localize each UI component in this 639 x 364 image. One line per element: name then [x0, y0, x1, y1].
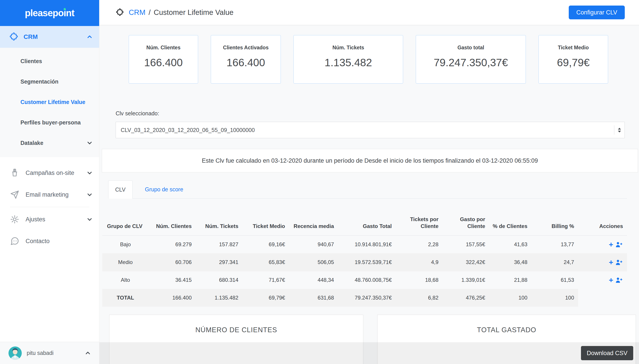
chart-title: TOTAL GASTADO — [378, 326, 636, 334]
sidebar-item-label: Segmentación — [21, 78, 93, 85]
magic-hat-icon — [10, 168, 19, 178]
sidebar-item-datalake[interactable]: Datalake — [0, 133, 99, 153]
cell: 100 — [489, 289, 531, 307]
clv-table: Grupo de CLV Núm. Clientes Núm. Tickets … — [102, 207, 627, 307]
cell: 166.400 — [151, 289, 196, 307]
plus-icon[interactable]: + — [609, 241, 613, 248]
user-plus-icon[interactable] — [615, 241, 623, 248]
cell: 157.827 — [196, 236, 242, 253]
configure-clv-button[interactable]: Configurar CLV — [569, 6, 625, 19]
tabs: CLV Grupo de score — [108, 180, 627, 199]
cell: 69.279 — [151, 236, 196, 253]
sidebar: pleasepoint CRM Clientes Segmentación Cu… — [0, 0, 99, 364]
cell: 18,68 — [396, 271, 442, 289]
gear-icon — [10, 215, 19, 224]
crm-submenu: Clientes Segmentación Customer Lifetime … — [0, 48, 99, 157]
col-header: Recencia media — [289, 207, 338, 236]
cell: 24,7 — [531, 253, 578, 271]
cell: 6,82 — [396, 289, 442, 307]
sidebar-item-ajustes[interactable]: Ajustes — [0, 208, 99, 230]
cell: Medio — [102, 253, 151, 271]
sidebar-item-contacto[interactable]: Contacto — [0, 230, 99, 252]
sidebar-item-clientes[interactable]: Clientes — [0, 51, 99, 71]
menu-item-label: Ajustes — [26, 216, 87, 223]
user-menu[interactable]: pitu sabadi — [0, 342, 99, 364]
download-csv-button[interactable]: Download CSV — [581, 346, 633, 360]
topbar: CRM / Customer Lifetime Value Configurar… — [99, 0, 639, 25]
stat-label: Gasto total — [457, 45, 484, 51]
sidebar-item-email-marketing[interactable]: Email marketing — [0, 184, 99, 206]
cell: 1.135.482 — [196, 289, 242, 307]
cell: 21,88 — [489, 271, 531, 289]
cell: 36,48 — [489, 253, 531, 271]
cell: 71,67€ — [242, 271, 289, 289]
clv-select[interactable]: CLV_03_12_2020_03_12_2020_06_55_09_10000… — [116, 122, 625, 138]
cell: 322,42€ — [442, 253, 489, 271]
cell: TOTAL — [102, 289, 151, 307]
content: Núm. Clientes 166.400 Clientes Activados… — [99, 25, 639, 364]
sidebar-item-label: CRM — [24, 33, 87, 40]
col-header: Ticket Medio — [242, 207, 289, 236]
stat-value: 166.400 — [144, 56, 183, 69]
col-header: Núm. Clientes — [151, 207, 196, 236]
table-row-alto: Alto 36.415 680.314 71,67€ 448,34 48.760… — [102, 271, 627, 289]
app-logo[interactable]: pleasepoint — [0, 0, 99, 26]
main-area: CRM / Customer Lifetime Value Configurar… — [99, 0, 639, 364]
sidebar-item-label: Datalake — [21, 140, 87, 146]
cell: 19.572.539,71€ — [338, 253, 396, 271]
tab-grupo-de-score[interactable]: Grupo de score — [143, 180, 185, 198]
stat-value: 166.400 — [227, 56, 265, 69]
col-header: Gasto por Cliente — [442, 207, 489, 236]
sidebar-item-perfiles-buyer-persona[interactable]: Perfiles buyer-persona — [0, 112, 99, 133]
breadcrumb-link-crm[interactable]: CRM — [129, 8, 145, 17]
cell: 61,53 — [531, 271, 578, 289]
stat-label: Ticket Medio — [558, 45, 589, 51]
stat-label: Clientes Activados — [223, 45, 269, 51]
cell: 297.341 — [196, 253, 242, 271]
cell: 2,28 — [396, 236, 442, 253]
chevron-down-icon — [87, 216, 93, 222]
table-row-medio: Medio 60.706 297.341 65,83€ 506,05 19.57… — [102, 253, 627, 271]
menu-item-label: Email marketing — [26, 191, 87, 198]
cell: 631,68 — [289, 289, 338, 307]
user-plus-icon[interactable] — [615, 277, 623, 283]
cell: 69,16€ — [242, 236, 289, 253]
plus-icon[interactable]: + — [609, 258, 613, 266]
chevron-up-icon — [85, 350, 91, 356]
breadcrumb: CRM / Customer Lifetime Value — [116, 8, 233, 17]
cell: 65,83€ — [242, 253, 289, 271]
table-row-bajo: Bajo 69.279 157.827 69,16€ 940,67 10.914… — [102, 236, 627, 253]
col-header: % de Clientes — [489, 207, 531, 236]
plus-icon[interactable]: + — [609, 276, 613, 284]
puzzle-icon — [9, 32, 18, 41]
chart-title: NÚMERO DE CLIENTES — [109, 326, 363, 334]
app-window: pleasepoint CRM Clientes Segmentación Cu… — [0, 0, 639, 364]
stats-row: Núm. Clientes 166.400 Clientes Activados… — [129, 35, 639, 84]
col-header: Billing % — [531, 207, 578, 236]
table-row-total: TOTAL 166.400 1.135.482 69,79€ 631,68 79… — [102, 289, 627, 307]
sidebar-item-customer-lifetime-value[interactable]: Customer Lifetime Value — [0, 92, 99, 112]
chevron-down-icon — [87, 140, 93, 146]
cell: 506,05 — [289, 253, 338, 271]
cell: 1.339,01€ — [442, 271, 489, 289]
cell: 448,34 — [289, 271, 338, 289]
col-header: Núm. Tickets — [196, 207, 242, 236]
cell: Alto — [102, 271, 151, 289]
stat-value: 79.247.350,37€ — [434, 56, 508, 69]
tab-clv[interactable]: CLV — [108, 180, 133, 199]
stat-value: 1.135.482 — [325, 56, 372, 69]
chevron-down-icon — [87, 192, 93, 198]
cell: 940,67 — [289, 236, 338, 253]
menu-item-label: Contacto — [26, 238, 93, 245]
user-plus-icon[interactable] — [615, 259, 623, 265]
sidebar-item-crm[interactable]: CRM — [0, 26, 99, 48]
col-header: Gasto Total — [338, 207, 396, 236]
sidebar-menu: Campañas on-site Email marketing — [0, 157, 99, 252]
cell: 157,55€ — [442, 236, 489, 253]
cell: 60.706 — [151, 253, 196, 271]
logo-text: pleasepoint — [25, 8, 74, 18]
sidebar-item-segmentacion[interactable]: Segmentación — [0, 71, 99, 92]
sidebar-item-campanas-on-site[interactable]: Campañas on-site — [0, 162, 99, 184]
cell: 476,25€ — [442, 289, 489, 307]
stat-card-clientes-activados: Clientes Activados 166.400 — [211, 35, 281, 84]
